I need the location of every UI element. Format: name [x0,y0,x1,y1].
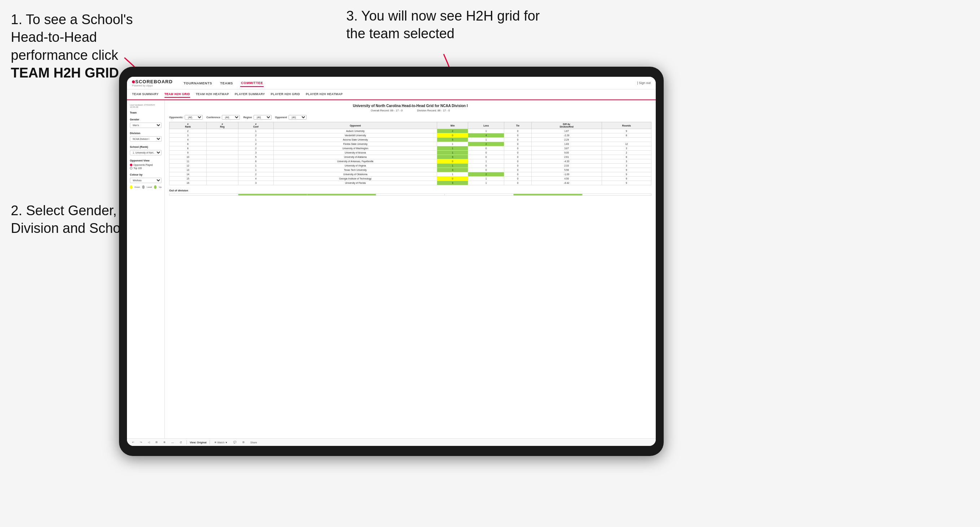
annotation-1-text: 1. To see a School's Head-to-Head perfor… [11,12,133,63]
sub-nav-player-h2h-heatmap[interactable]: PLAYER H2H HEATMAP [306,91,343,98]
radio-top100[interactable]: Top 100 [130,167,162,170]
col-conf: #Conf [238,122,274,129]
toolbar-comment[interactable]: 💬 [232,440,238,444]
td-diff: 3.67 [531,146,601,151]
td-rank: 14 [170,172,207,177]
grid-title: University of North Carolina Head-to-Hea… [169,104,651,108]
td-win: 3 [437,181,468,185]
td-reg [206,168,238,172]
td-win: 3 [437,155,468,159]
filter-region-select[interactable]: (All) [254,115,272,120]
td-tie: 0 [504,142,531,146]
sub-nav-team-h2h-grid[interactable]: TEAM H2H GRID [164,91,190,98]
td-conf: 5 [238,155,274,159]
sub-nav-player-summary[interactable]: PLAYER SUMMARY [235,91,265,98]
logo-main: SCOREBOARD [132,79,173,84]
table-row: 4 1 Arizona State University 5 1 0 2.29 [170,138,651,142]
toolbar-crop[interactable]: ⊞ [154,440,159,444]
td-diff: 4.50 [531,177,601,181]
toolbar-undo[interactable]: ↩ [130,440,135,444]
td-reg [206,155,238,159]
td-diff: -2.29 [531,133,601,138]
nav-teams[interactable]: TEAMS [219,80,234,87]
td-rounds: 9 [601,177,651,181]
td-opponent: Auburn University [274,129,437,133]
td-rank: 10 [170,155,207,159]
radio-opponents-label: Opponents Played [134,163,153,166]
filter-conference: Conference (All) [206,115,240,120]
filter-opponents-select[interactable]: (All) [185,115,203,120]
td-reg [206,181,238,185]
td-conf: 1 [238,138,274,142]
td-rank: 4 [170,138,207,142]
td-loss: 1 [468,177,504,181]
td-tie: 0 [504,129,531,133]
td-loss: 1 [468,181,504,185]
radio-opponents-played[interactable]: Opponents Played [130,163,162,166]
td-diff: 1.83 [531,142,601,146]
td-loss: 0 [468,155,504,159]
td-rank: 3 [170,133,207,138]
toolbar-clock[interactable]: ⏱ [178,440,184,444]
td-diff: 2.33 [531,163,601,168]
td-loss: 1 [468,138,504,142]
td-rank: 8 [170,146,207,151]
td-reg [206,138,238,142]
legend-up-dot [154,185,156,189]
toolbar-redo[interactable]: ↪ [138,440,143,444]
sidebar: Last Updated: 27/03/202416:55:38 Team Ge… [127,100,165,438]
filter-conference-select[interactable]: (All) [222,115,240,120]
col-rounds: Rounds [601,122,651,129]
toolbar-dash[interactable]: — [170,440,175,444]
toolbar-grid-icon[interactable]: ⊞ [241,440,246,444]
td-win: 5 [437,138,468,142]
out-div-name [170,194,239,196]
legend-up-label: Up [159,186,162,188]
filter-opponent-label: Opponent [275,116,287,119]
toolbar-back[interactable]: ◁ [146,440,151,444]
out-div-label: Out of division [169,189,651,192]
nav-bar: SCOREBOARD Powered by clippd TOURNAMENTS… [127,77,656,89]
sub-nav-player-h2h-grid[interactable]: PLAYER H2H GRID [271,91,300,98]
td-diff: -1.00 [531,172,601,177]
td-diff: 2.61 [531,155,601,159]
out-div-rounds [582,194,651,196]
filter-opponent-select[interactable]: (All) [288,115,307,120]
sidebar-team-section: Team [130,111,162,114]
table-row: 11 6 University of Arkansas, Fayettevill… [170,159,651,163]
toolbar-share[interactable]: Share [249,440,259,444]
td-win: 0 [437,133,468,138]
sidebar-division-select[interactable]: NCAA Division I [130,136,162,142]
table-row: 14 2 University of Oklahoma 1 2 0 -1.00 … [170,172,651,177]
sidebar-division-section: Division NCAA Division I [130,132,162,142]
toolbar-watch[interactable]: 👁 Watch ▼ [213,440,229,444]
sidebar-school-section: School (Rank) 1. University of Nort... [130,145,162,156]
td-tie: 0 [504,138,531,142]
td-win: 1 [437,146,468,151]
col-loss: Loss [468,122,504,129]
sidebar-school-select[interactable]: 1. University of Nort... [130,150,162,156]
td-opponent: Texas Tech University [274,168,437,172]
sidebar-colour-legend: Down Level Up [130,185,162,189]
td-reg [206,133,238,138]
nav-sign-out[interactable]: | Sign out [637,81,651,85]
sidebar-division-label: Division [130,132,162,135]
sidebar-colour-select[interactable]: Win/loss [130,178,162,183]
sidebar-gender-select[interactable]: Men's [130,122,162,128]
td-win: 2 [437,129,468,133]
legend-down-dot [130,185,132,189]
tablet-shell: SCOREBOARD Powered by clippd TOURNAMENTS… [119,67,664,456]
sub-nav-team-h2h-heatmap[interactable]: TEAM H2H HEATMAP [196,91,229,98]
radio-top100-dot [130,167,132,170]
td-loss: 0 [468,168,504,172]
toolbar-divider [186,440,187,444]
nav-committee[interactable]: COMMITTEE [240,79,264,87]
toolbar-plus[interactable]: ⊕ [162,440,167,444]
sub-nav-team-summary[interactable]: TEAM SUMMARY [132,91,159,98]
sidebar-colour-label: Colour by [130,173,162,176]
td-rank: 13 [170,168,207,172]
filter-region-label: Region [243,116,252,119]
out-div-tie [445,194,514,196]
td-conf: 2 [238,142,274,146]
nav-tournaments[interactable]: TOURNAMENTS [183,80,213,87]
